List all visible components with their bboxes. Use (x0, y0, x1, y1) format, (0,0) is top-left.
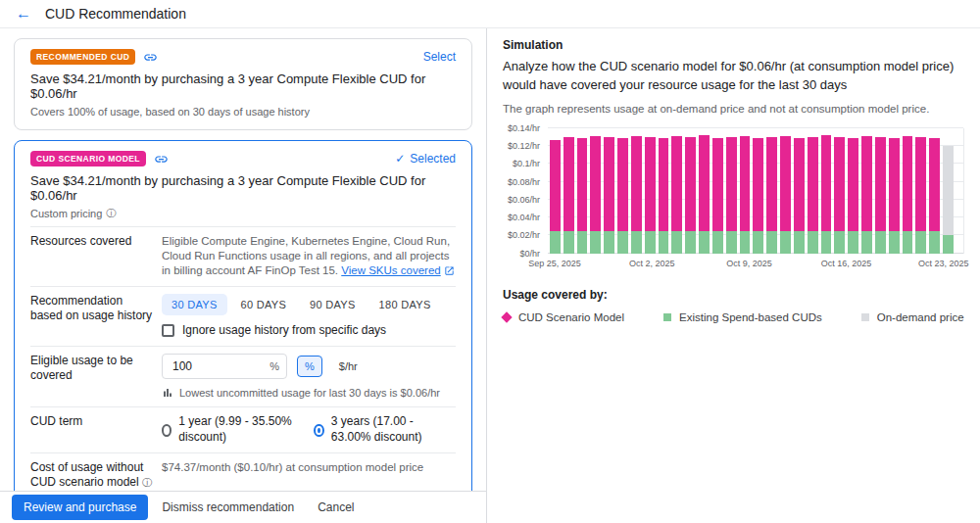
simulation-panel: Simulation Analyze how the CUD scenario … (487, 28, 980, 523)
usage-bar (848, 128, 858, 254)
bar-segment (875, 231, 886, 254)
usage-history-tabs: 30 DAYS 60 DAYS 90 DAYS 180 DAYS (162, 294, 456, 316)
bar-segment (564, 137, 574, 231)
square-marker-icon (663, 313, 671, 321)
usage-bar (699, 128, 710, 254)
y-tick-label: $0/hr (503, 249, 540, 259)
tab-180-days[interactable]: 180 DAYS (369, 294, 441, 316)
link-icon[interactable] (143, 50, 158, 65)
bar-segment (753, 138, 763, 231)
usage-bar (929, 128, 940, 254)
term-3-years-option[interactable]: 3 years (17.00 - 63.00% discount) (314, 414, 456, 446)
tab-30-days[interactable]: 30 DAYS (162, 294, 227, 316)
legend-item-cud-scenario: CUD Scenario Model (503, 311, 624, 323)
bar-segment (903, 136, 913, 231)
y-tick-label: $0.08/hr (503, 177, 540, 187)
bar-segment (631, 136, 642, 231)
simulation-title: Simulation (503, 38, 964, 52)
tab-60-days[interactable]: 60 DAYS (231, 294, 297, 316)
chart-legend: Usage covered by: CUD Scenario Model Exi… (503, 288, 964, 323)
selected-label: Selected (410, 152, 456, 166)
bar-segment (861, 136, 872, 231)
bar-segment (834, 137, 845, 231)
cancel-button[interactable]: Cancel (308, 495, 364, 520)
input-suffix: % (270, 359, 279, 374)
legend-label: On-demand price (877, 311, 964, 323)
bar-segment (929, 231, 940, 254)
bar-segment (671, 136, 682, 231)
usage-bar (794, 128, 805, 254)
bar-segment (659, 138, 669, 231)
unit-percent-toggle[interactable]: % (297, 356, 322, 378)
info-icon[interactable]: ⓘ (106, 209, 116, 218)
tab-90-days[interactable]: 90 DAYS (300, 294, 366, 316)
dismiss-recommendation-button[interactable]: Dismiss recommendation (152, 495, 304, 520)
bar-segment (685, 137, 696, 231)
back-arrow-icon[interactable]: ← (16, 6, 31, 22)
usage-bar (617, 128, 628, 254)
diamond-marker-icon (501, 311, 512, 322)
cud-term-options: 1 year (9.99 - 35.50% discount) 3 years … (162, 414, 456, 446)
bar-segment (685, 231, 696, 254)
usage-bar (659, 128, 669, 254)
y-tick-label: $0.12/hr (503, 141, 540, 151)
bar-chart-icon (162, 387, 173, 399)
external-link-icon[interactable] (444, 265, 455, 276)
ignore-usage-checkbox-label: Ignore usage history from specific days (182, 323, 386, 339)
bar-segment (794, 138, 805, 231)
bar-segment (726, 137, 737, 231)
bar-segment (848, 231, 858, 254)
bar-segment (848, 138, 858, 231)
y-tick-label: $0.04/hr (503, 213, 540, 222)
usage-chart: $0/hr$0.02/hr$0.04/hr$0.06/hr$0.08/hr$0.… (503, 128, 964, 272)
usage-bar (685, 128, 696, 254)
bar-segment (834, 231, 845, 254)
bar-segment (631, 231, 642, 254)
page-header: ← CUD Recommendation (0, 0, 980, 28)
link-icon[interactable] (154, 152, 169, 166)
bar-segment (577, 138, 588, 231)
bar-segment (590, 231, 601, 254)
ignore-usage-checkbox[interactable] (162, 324, 174, 337)
eligible-usage-row: Eligible usage to be covered % % $/hr (30, 346, 456, 407)
usage-bar (740, 128, 751, 254)
term-1-year-option[interactable]: 1 year (9.99 - 35.50% discount) (162, 414, 294, 446)
legend-label: CUD Scenario Model (518, 311, 624, 323)
recommended-cud-card: RECOMMENDED CUD Select Save $34.21/month… (14, 38, 472, 130)
usage-history-label: Recommendation based on usage history (30, 294, 154, 339)
page-title: CUD Recommendation (45, 6, 186, 22)
review-and-purchase-button[interactable]: Review and purchase (12, 495, 148, 520)
bar-segment (699, 231, 710, 254)
recommended-cud-subtitle: Covers 100% of usage, based on 30 days o… (30, 106, 456, 118)
usage-bar (550, 128, 561, 254)
usage-history-row: Recommendation based on usage history 30… (30, 286, 456, 346)
bar-segment (604, 137, 614, 231)
bar-segment (604, 231, 614, 254)
eligible-usage-input[interactable] (162, 354, 287, 379)
cost-without-label: Cost of usage without CUD scenario model… (30, 460, 154, 490)
usage-bar (889, 128, 900, 254)
bar-segment (821, 231, 832, 254)
bar-segment (550, 140, 561, 231)
selected-indicator[interactable]: ✓ Selected (395, 152, 456, 166)
usage-bar (903, 128, 913, 254)
select-button[interactable]: Select (423, 50, 456, 64)
bar-segment (659, 231, 669, 254)
usage-bar (861, 128, 872, 254)
bar-segment (889, 138, 900, 231)
term-1-year-label: 1 year (9.99 - 35.50% discount) (178, 414, 294, 446)
unit-dollar-toggle[interactable]: $/hr (332, 357, 365, 377)
simulation-description: Analyze how the CUD scenario model for $… (503, 58, 964, 95)
bars-container (550, 128, 954, 254)
bar-segment (617, 138, 628, 231)
usage-bar (577, 128, 588, 254)
bar-segment (875, 137, 886, 231)
info-icon[interactable]: ⓘ (142, 477, 152, 488)
usage-bar (590, 128, 601, 254)
radio-checked-icon (314, 424, 323, 437)
usage-bar (753, 128, 763, 254)
view-skus-link[interactable]: View SKUs covered (341, 264, 440, 276)
bar-segment (564, 231, 574, 254)
y-tick-label: $0.14/hr (503, 123, 540, 133)
legend-label: Existing Spend-based CUDs (679, 311, 822, 323)
